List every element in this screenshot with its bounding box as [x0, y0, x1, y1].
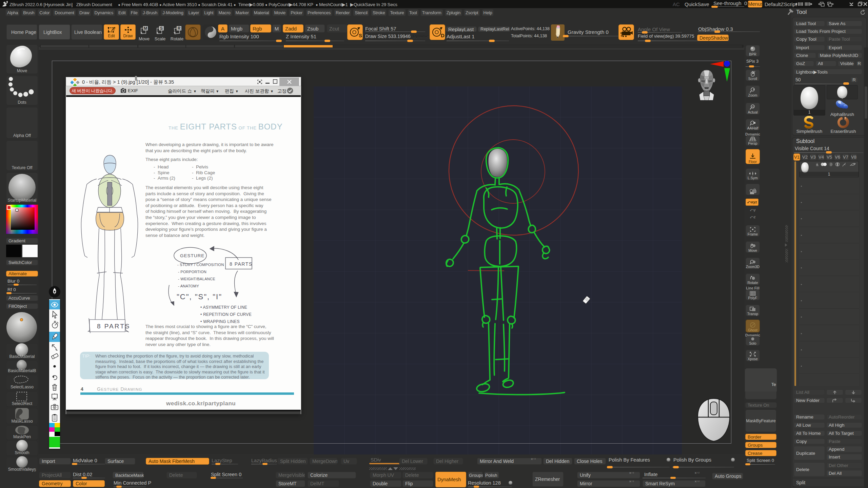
svg-text:• ASYMMETRY OF LINE: • ASYMMETRY OF LINE	[200, 305, 247, 310]
svg-text:GESTURE: GESTURE	[180, 253, 204, 258]
svg-text:x1: x1	[751, 105, 754, 108]
svg-text:D: D	[441, 33, 445, 38]
svg-text:• REPETITION OF CURVE: • REPETITION OF CURVE	[200, 312, 252, 317]
svg-text:• WRAPPING LINES: • WRAPPING LINES	[200, 319, 240, 324]
svg-text:S: S	[359, 33, 362, 38]
svg-text:- WEIGHT/BALANCE: - WEIGHT/BALANCE	[178, 277, 215, 281]
svg-text:- PORPORTION: - PORPORTION	[178, 270, 206, 274]
svg-text:- STORY / COMPOSITION: - STORY / COMPOSITION	[177, 263, 224, 267]
svg-text:- ANATOMY: - ANATOMY	[178, 284, 199, 288]
svg-text:M: M	[144, 26, 147, 31]
svg-text:R: R	[178, 26, 181, 31]
svg-text:"C", "S", "I": "C", "S", "I"	[177, 292, 222, 301]
svg-text:S: S	[160, 26, 163, 31]
svg-text:8 PARTS: 8 PARTS	[97, 323, 130, 330]
svg-text:8 PARTS: 8 PARTS	[230, 261, 253, 267]
